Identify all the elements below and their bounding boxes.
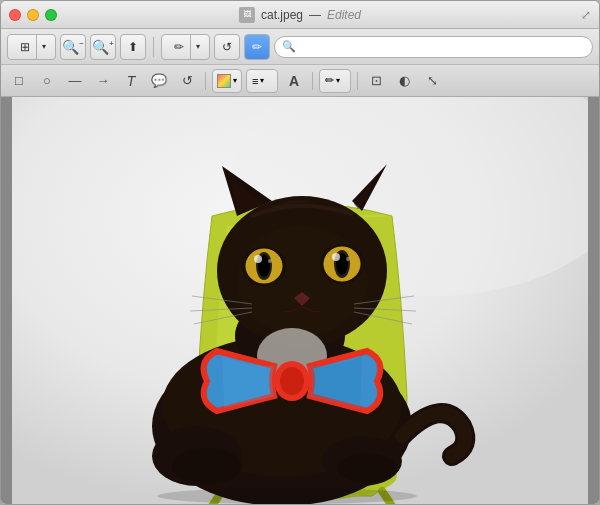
style-icon: ✏ [325, 74, 334, 87]
text-tool[interactable]: T [119, 69, 143, 93]
svg-point-34 [280, 367, 304, 395]
markup-button[interactable]: ✏ [244, 34, 270, 60]
toolbar2: □ ○ — → T 💬 ↺ ▾ ≡ ▾ A [1, 65, 599, 97]
line-tool[interactable]: — [63, 69, 87, 93]
arrow-icon: → [97, 73, 110, 88]
title-separator: — [309, 8, 321, 22]
rectangle-tool[interactable]: □ [7, 69, 31, 93]
toolbar2-divider-3 [357, 72, 358, 90]
color-swatch [217, 74, 231, 88]
svg-point-6 [172, 448, 242, 484]
toolbar2-divider-2 [312, 72, 313, 90]
window-title: 🖼 cat.jpeg — Edited [239, 7, 361, 23]
crop-tool[interactable]: ⊡ [364, 69, 388, 93]
signature-tool[interactable]: ↺ [175, 69, 199, 93]
zoom-in-button[interactable]: 🔍+ [90, 34, 116, 60]
style-dropdown-arrow: ▾ [336, 76, 340, 85]
rotate-icon: ↺ [222, 40, 232, 54]
adjust-icon: ◐ [399, 73, 410, 88]
search-container: 🔍 [274, 36, 593, 58]
share-icon: ⬆ [128, 40, 138, 54]
maximize-button[interactable] [45, 9, 57, 21]
zoom-out-icon: 🔍− [62, 39, 84, 55]
filename-label: cat.jpeg [261, 8, 303, 22]
resize-tool[interactable]: ⤡ [420, 69, 444, 93]
annotate-dropdown: ▾ [193, 42, 203, 51]
toolbar-divider-1 [153, 37, 154, 57]
svg-point-16 [254, 255, 262, 263]
arrow-tool[interactable]: → [91, 69, 115, 93]
view-icon: ⊞ [14, 35, 37, 59]
color-picker-button[interactable]: ▾ [212, 69, 242, 93]
speech-icon: 💬 [151, 73, 167, 88]
search-input[interactable] [274, 36, 593, 58]
preview-window: 🖼 cat.jpeg — Edited ⤢ ⊞ ▾ 🔍− 🔍+ ⬆ ✏ ▾ ↺ [0, 0, 600, 505]
close-button[interactable] [9, 9, 21, 21]
speech-tool[interactable]: 💬 [147, 69, 171, 93]
style-picker-button[interactable]: ✏ ▾ [319, 69, 351, 93]
font-icon: A [289, 73, 299, 89]
image-canvas[interactable] [12, 97, 588, 504]
border-dropdown-arrow: ▾ [260, 76, 264, 85]
line-icon: — [69, 73, 82, 88]
toolbar1: ⊞ ▾ 🔍− 🔍+ ⬆ ✏ ▾ ↺ ✏ 🔍 [1, 29, 599, 65]
svg-point-8 [337, 453, 397, 483]
ellipse-tool[interactable]: ○ [35, 69, 59, 93]
border-style-icon: ≡ [252, 75, 258, 87]
resize-icon[interactable]: ⤢ [581, 8, 591, 22]
font-button[interactable]: A [282, 69, 306, 93]
rectangle-icon: □ [15, 73, 23, 88]
rotate-button[interactable]: ↺ [214, 34, 240, 60]
edited-label: Edited [327, 8, 361, 22]
svg-point-35 [157, 488, 417, 504]
ellipse-icon: ○ [43, 73, 51, 88]
svg-point-17 [268, 259, 272, 263]
zoom-in-icon: 🔍+ [92, 39, 114, 55]
cat-image [12, 97, 588, 504]
resize-icon: ⤡ [427, 73, 438, 88]
border-style-button[interactable]: ≡ ▾ [246, 69, 278, 93]
svg-point-24 [346, 257, 350, 261]
file-icon: 🖼 [239, 7, 255, 23]
share-button[interactable]: ⬆ [120, 34, 146, 60]
markup-icon: ✏ [252, 40, 262, 54]
crop-icon: ⊡ [371, 73, 382, 88]
canvas-area [1, 97, 599, 504]
signature-icon: ↺ [182, 73, 193, 88]
color-dropdown-arrow: ▾ [233, 76, 237, 85]
adjust-tool[interactable]: ◐ [392, 69, 416, 93]
toolbar2-divider-1 [205, 72, 206, 90]
text-icon: T [127, 73, 136, 89]
annotate-button[interactable]: ✏ ▾ [161, 34, 210, 60]
minimize-button[interactable] [27, 9, 39, 21]
annotate-icon: ✏ [168, 35, 191, 59]
titlebar: 🖼 cat.jpeg — Edited ⤢ [1, 1, 599, 29]
zoom-out-button[interactable]: 🔍− [60, 34, 86, 60]
svg-point-23 [332, 253, 340, 261]
traffic-lights [9, 9, 57, 21]
view-button[interactable]: ⊞ ▾ [7, 34, 56, 60]
view-dropdown-arrow: ▾ [39, 42, 49, 51]
